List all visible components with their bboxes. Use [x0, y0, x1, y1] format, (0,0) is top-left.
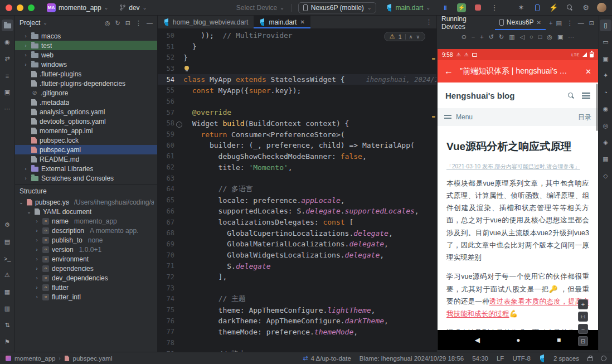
warning-mark[interactable] — [432, 116, 435, 118]
code-line[interactable]: 68 GlobalCupertinoLocalizations.delegate… — [158, 227, 436, 239]
close-tab-icon[interactable]: ✕ — [300, 19, 304, 25]
device-manager-icon[interactable] — [532, 3, 542, 13]
tree-item[interactable]: ›External Libraries — [15, 164, 157, 173]
search-icon[interactable] — [565, 3, 575, 13]
tab-main-dart[interactable]: main.dart ✕ — [254, 16, 310, 28]
breadcrumb-project[interactable]: momento_app — [14, 355, 56, 362]
zoom-window-button[interactable] — [28, 4, 35, 11]
tree-item[interactable]: ›Scratches and Consoles — [15, 173, 157, 183]
zoom-actual-button[interactable]: 1:1 — [578, 312, 588, 322]
project-panel-title[interactable]: Project — [20, 19, 40, 27]
file-encoding[interactable]: UTF-8 — [512, 355, 531, 362]
code-line[interactable]: 56 — [158, 96, 436, 107]
code-line[interactable]: 61 debugShowCheckedModeBanner: false, — [158, 151, 436, 162]
override-gutter-icon[interactable]: ↑ — [176, 122, 182, 128]
locate-file-icon[interactable]: ◎ — [105, 20, 110, 27]
hot-reload-icon[interactable]: ⚡ — [548, 3, 558, 13]
refresh-icon[interactable]: ↻ — [115, 20, 120, 27]
tree-item[interactable]: ›test — [15, 41, 157, 50]
toc-link[interactable]: 目录 — [578, 113, 591, 122]
code-line[interactable]: 77 themeMode: preference.themeMode, — [158, 327, 436, 338]
code-line[interactable]: 71 S.delegate — [158, 260, 436, 271]
code-line[interactable]: 57 @override — [158, 107, 436, 118]
project-widget[interactable]: MA momento_app ⌄ — [43, 2, 111, 13]
code-line[interactable]: 52} — [158, 52, 436, 63]
device-screen[interactable]: 9:58 ⚠ ⚠ LTE ← "前端知识体系 | hengshuai's … ✕ — [438, 49, 598, 350]
zoom-out-button[interactable]: − — [578, 324, 588, 334]
code-line[interactable]: 51 } — [158, 41, 436, 52]
settings-icon[interactable]: ⚙ — [581, 3, 591, 13]
vcs-icon[interactable]: ⇅ — [2, 319, 13, 331]
notifications-icon[interactable] — [601, 356, 606, 361]
line-ending[interactable]: LF — [497, 355, 504, 362]
power-icon[interactable]: ⊙ — [462, 33, 467, 41]
code-line[interactable]: 67 localizationsDelegates: const [ — [158, 217, 436, 228]
hide-icon[interactable]: — — [147, 20, 153, 26]
tab-home-blog-webview-dart[interactable]: home_blog_webview.dart — [158, 16, 254, 28]
more-tools-icon[interactable]: ⋯ — [2, 103, 13, 115]
device-tab-nexus6p[interactable]: Nexus6P ✕ — [495, 16, 546, 30]
add-device-tab-icon[interactable]: + — [549, 20, 552, 26]
code-line[interactable]: 64 // 多语言 — [158, 184, 436, 195]
tree-item[interactable]: README.md — [15, 154, 157, 164]
blog-search-icon[interactable] — [568, 93, 574, 99]
inspection-widget[interactable]: ⚠ 1 ∧ ∨ — [384, 32, 425, 41]
screenshot-icon[interactable]: ◎ — [547, 33, 552, 41]
tree-item[interactable]: .metadata — [15, 98, 157, 107]
structure-item[interactable]: ›‹›environment — [15, 254, 157, 264]
logcat-icon[interactable]: ▥ — [2, 303, 13, 314]
project-icon[interactable] — [2, 20, 13, 31]
device-explorer-icon[interactable]: ▤ — [2, 236, 13, 247]
tree-item[interactable]: analysis_options.yaml — [15, 107, 157, 117]
fit-screen-button[interactable]: ⊡ — [578, 336, 588, 346]
code-line[interactable]: 76 darkTheme: AppThemeConfigure.darkThem… — [158, 316, 436, 327]
next-issue-icon[interactable]: ∨ — [416, 34, 420, 40]
rotate-right-icon[interactable]: ↻ — [499, 33, 504, 41]
pull-requests-icon[interactable]: ⇄ — [2, 53, 13, 65]
code-line[interactable]: 55 const MyApp({super.key}); — [158, 85, 436, 96]
code-line[interactable]: 79 // 路由 — [158, 348, 436, 352]
structure-item[interactable]: ›‹›namemomento_app — [15, 216, 157, 226]
app-quality-insights-icon[interactable]: ▣ — [600, 53, 611, 65]
close-webview-icon[interactable]: ✕ — [585, 67, 591, 76]
more-actions-icon[interactable]: ⋮ — [489, 3, 499, 13]
structure-item[interactable]: ›‹›version1.0.0+1 — [15, 245, 157, 254]
gemini-icon[interactable]: ✦ — [600, 70, 611, 81]
code-line[interactable]: 60 builder: (_, preference, child) => Ma… — [158, 140, 436, 151]
tree-item[interactable]: .flutter-plugins — [15, 69, 157, 79]
volume-up-icon[interactable]: + — [480, 33, 483, 40]
build-icon[interactable]: ⚙ — [2, 219, 13, 231]
find-usages-icon[interactable]: ◇ — [600, 170, 611, 182]
tree-item[interactable]: ⊘.gitignore — [15, 88, 157, 98]
rotate-left-icon[interactable]: ↺ — [489, 33, 494, 41]
structure-item[interactable]: ›‹›descriptionA momento app. — [15, 226, 157, 235]
structure-item[interactable]: ›‹›dev_dependencies — [15, 273, 157, 283]
code-line[interactable]: 53 — [158, 63, 436, 74]
code-line[interactable]: 58↑ Widget build(BuildContext context) { — [158, 118, 436, 129]
tree-item[interactable]: devtools_options.yaml — [15, 117, 157, 126]
blog-title[interactable]: Hengshuai's blog — [445, 91, 514, 100]
terminal-icon[interactable]: >_ — [2, 253, 13, 264]
overview-icon[interactable]: □ — [538, 33, 542, 40]
intention-bulb-icon[interactable] — [184, 66, 189, 70]
structure-item[interactable]: ›‹›dependencies — [15, 264, 157, 273]
pause-button[interactable]: ‖ — [440, 3, 450, 13]
code-line[interactable]: 69 GlobalMaterialLocalizations.delegate, — [158, 239, 436, 250]
back-arrow-icon[interactable]: ← — [444, 66, 453, 76]
collapse-all-icon[interactable]: ⊟ — [125, 20, 130, 27]
tree-item[interactable]: pubspec.lock — [15, 135, 157, 145]
flutter-icon[interactable] — [539, 355, 545, 362]
record-icon[interactable]: ▣ — [557, 33, 563, 41]
android-overview-button[interactable]: ■ — [557, 336, 561, 344]
code-line[interactable]: 75 theme: AppThemeConfigure.lightTheme, — [158, 304, 436, 316]
tree-item[interactable]: ›macos — [15, 31, 157, 41]
structure-panel-title[interactable]: Structure — [20, 187, 47, 195]
database-icon[interactable]: ▦ — [600, 153, 611, 165]
code-line[interactable]: 74 // 主题 — [158, 294, 436, 305]
branch-widget[interactable]: dev ⌄ — [116, 3, 150, 13]
tree-item[interactable]: ›web — [15, 50, 157, 60]
structure-icon[interactable]: ≡ — [2, 70, 13, 81]
device-dropdown[interactable]: Nexus6P (mobile) ⌄ — [298, 2, 377, 13]
problems-icon[interactable]: ⚠ — [2, 269, 13, 281]
webview-scrollbar[interactable] — [596, 84, 598, 131]
